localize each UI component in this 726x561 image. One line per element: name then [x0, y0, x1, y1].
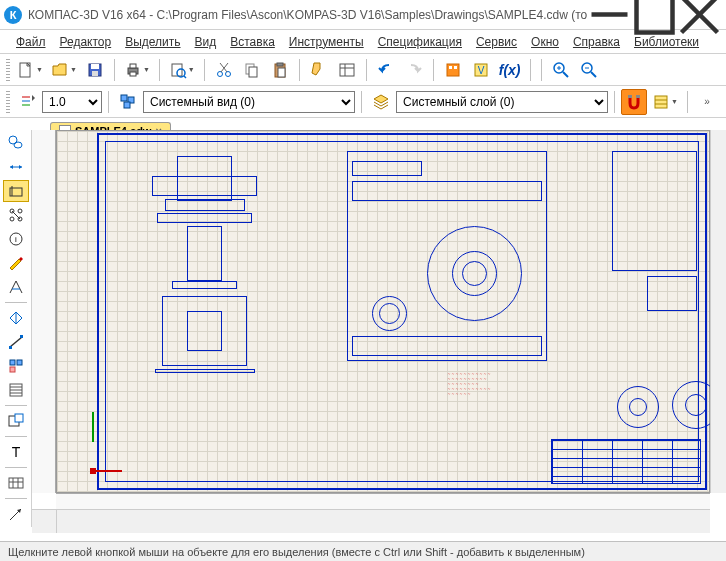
horizontal-scrollbar[interactable] — [56, 510, 710, 533]
more-button[interactable]: » — [694, 89, 720, 115]
minimize-button[interactable] — [587, 1, 632, 29]
horizontal-ruler[interactable] — [56, 493, 710, 509]
layer-select[interactable]: Системный слой (0) — [396, 91, 608, 113]
svg-marker-53 — [10, 165, 13, 169]
preview-button[interactable]: ▼ — [166, 57, 198, 83]
svg-line-16 — [221, 63, 228, 72]
svg-rect-22 — [278, 68, 285, 77]
variables-button[interactable]: V — [468, 57, 494, 83]
parametric-tool[interactable] — [3, 276, 29, 298]
svg-rect-7 — [92, 71, 98, 76]
menu-select[interactable]: Выделить — [119, 32, 186, 52]
dimension-tool[interactable] — [3, 156, 29, 178]
title-bar: К КОМПАС-3D V16 x64 - C:\Program Files\A… — [0, 0, 726, 30]
svg-rect-26 — [447, 64, 459, 76]
designation-tool[interactable] — [3, 204, 29, 226]
status-bar: Щелкните левой кнопкой мыши на объекте д… — [0, 541, 726, 561]
menu-bar: Файл Редактор Выделить Вид Вставка Инстр… — [0, 30, 726, 54]
print-button[interactable]: ▼ — [121, 57, 153, 83]
svg-text:T: T — [11, 444, 20, 460]
svg-rect-72 — [17, 360, 22, 365]
menu-libraries[interactable]: Библиотеки — [628, 32, 705, 52]
save-button[interactable] — [82, 57, 108, 83]
close-button[interactable] — [677, 1, 722, 29]
zoom-in-button[interactable] — [548, 57, 574, 83]
report-tool[interactable] — [3, 379, 29, 401]
svg-rect-46 — [636, 95, 640, 98]
text-tool[interactable]: i — [3, 228, 29, 250]
maximize-button[interactable] — [632, 1, 677, 29]
title-block — [551, 439, 701, 484]
status-text: Щелкните левой кнопкой мыши на объекте д… — [8, 546, 585, 558]
geometry-tool[interactable] — [3, 180, 29, 202]
toolbar-grip[interactable] — [6, 91, 10, 113]
paste-button[interactable] — [267, 57, 293, 83]
line-tool[interactable] — [3, 331, 29, 353]
zoom-out-button[interactable] — [576, 57, 602, 83]
svg-point-51 — [14, 142, 22, 148]
fx-button[interactable]: f(x) — [496, 57, 524, 83]
format-painter-button[interactable] — [306, 57, 332, 83]
menu-tools[interactable]: Инструменты — [283, 32, 370, 52]
x-axis-icon — [92, 470, 122, 472]
spec-tool[interactable] — [3, 355, 29, 377]
selection-tool[interactable] — [3, 132, 29, 154]
drawing-canvas[interactable]: ～～～～～～～～～～～～～～～～～～～～～～～～～～～～～～～～～～～～～～～～… — [56, 130, 710, 493]
measure-tool[interactable] — [3, 307, 29, 329]
svg-line-13 — [184, 76, 186, 78]
layers-button[interactable] — [368, 89, 394, 115]
arrow-tool[interactable] — [3, 503, 29, 525]
drawing-notes: ～～～～～～～～～～～～～～～～～～～～～～～～～～～～～～～～～～～～～～～～… — [447, 371, 587, 401]
drawing-area: ～～～～～～～～～～～～～～～～～～～～～～～～～～～～～～～～～～～～～～～～… — [32, 130, 726, 533]
menu-file[interactable]: Файл — [10, 32, 52, 52]
svg-line-17 — [220, 63, 227, 72]
svg-rect-6 — [91, 64, 99, 69]
cut-button[interactable] — [211, 57, 237, 83]
edit-tool[interactable] — [3, 252, 29, 274]
snap-button[interactable] — [621, 89, 647, 115]
menu-spec[interactable]: Спецификация — [372, 32, 468, 52]
svg-line-68 — [10, 337, 22, 347]
svg-rect-73 — [10, 367, 15, 372]
svg-rect-21 — [277, 63, 283, 66]
menu-insert[interactable]: Вставка — [224, 32, 281, 52]
menu-window[interactable]: Окно — [525, 32, 565, 52]
snap-settings-button[interactable]: ▼ — [649, 89, 681, 115]
toolbar-grip[interactable] — [6, 59, 10, 81]
svg-text:V: V — [477, 65, 484, 76]
svg-rect-47 — [655, 96, 667, 108]
origin-icon — [90, 468, 96, 474]
library-manager-button[interactable] — [440, 57, 466, 83]
states-button[interactable] — [14, 89, 40, 115]
svg-rect-42 — [121, 95, 127, 101]
menu-edit[interactable]: Редактор — [54, 32, 118, 52]
table-tool[interactable] — [3, 472, 29, 494]
properties-button[interactable] — [334, 57, 360, 83]
open-button[interactable]: ▼ — [48, 57, 80, 83]
insert-view-tool[interactable] — [3, 410, 29, 432]
state-select[interactable]: 1.0 — [42, 91, 102, 113]
svg-line-36 — [591, 72, 596, 77]
svg-rect-9 — [130, 64, 136, 68]
text-label-tool[interactable]: T — [3, 441, 29, 463]
views-button[interactable] — [115, 89, 141, 115]
new-button[interactable]: ▼ — [14, 57, 46, 83]
svg-marker-54 — [19, 165, 22, 169]
menu-service[interactable]: Сервис — [470, 32, 523, 52]
svg-line-32 — [563, 72, 568, 77]
redo-button[interactable] — [401, 57, 427, 83]
copy-button[interactable] — [239, 57, 265, 83]
menu-help[interactable]: Справка — [567, 32, 626, 52]
svg-rect-71 — [10, 360, 15, 365]
svg-line-64 — [10, 281, 16, 293]
view-name-select[interactable]: Системный вид (0) — [143, 91, 355, 113]
vertical-ruler[interactable] — [32, 130, 56, 493]
svg-rect-81 — [9, 478, 23, 488]
vertical-scrollbar[interactable] — [710, 130, 726, 493]
menu-view[interactable]: Вид — [189, 32, 223, 52]
svg-rect-27 — [449, 66, 452, 69]
undo-button[interactable] — [373, 57, 399, 83]
y-axis-icon — [92, 412, 94, 442]
svg-rect-79 — [15, 414, 23, 422]
app-icon: К — [4, 6, 22, 24]
